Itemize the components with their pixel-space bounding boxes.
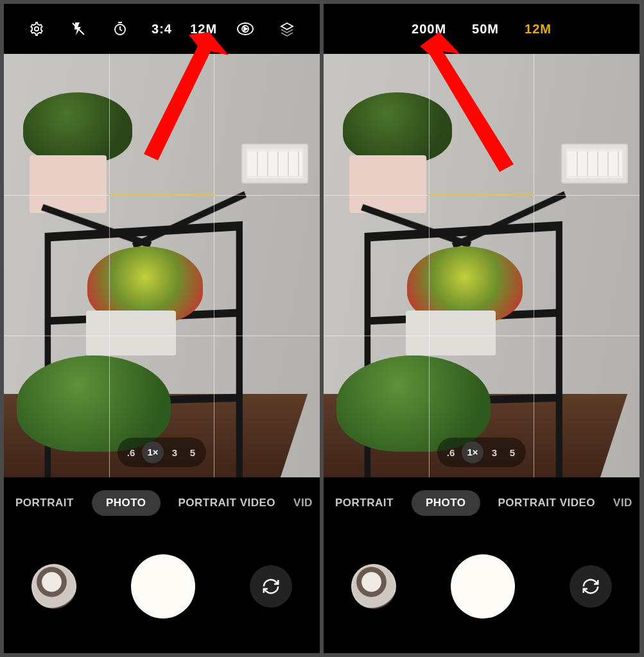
resolution-option-12m[interactable]: 12M: [525, 22, 552, 37]
planter-middle: [86, 311, 176, 355]
switch-camera-icon: [261, 577, 281, 596]
mode-portrait-video[interactable]: PORTRAIT VIDEO: [178, 497, 276, 509]
zoom-3x[interactable]: 3: [487, 447, 501, 458]
screenshot-right: 200M 50M 12M: [324, 4, 640, 653]
zoom-5x[interactable]: 5: [505, 447, 519, 458]
zoom-1x[interactable]: 1×: [462, 441, 483, 463]
camera-top-bar: 3:4 12M: [4, 4, 320, 54]
settings-icon[interactable]: [15, 21, 57, 37]
plant-top: [343, 92, 452, 163]
scene-preview: [4, 54, 320, 477]
shutter-button[interactable]: [131, 554, 195, 619]
gallery-thumbnail[interactable]: [351, 564, 396, 609]
zoom-5x[interactable]: 5: [186, 447, 200, 458]
switch-camera-button[interactable]: [250, 565, 292, 608]
plant-top: [23, 92, 132, 163]
mode-video-partial[interactable]: VID: [613, 497, 632, 509]
filters-icon[interactable]: [266, 21, 308, 37]
wall-switchboard: [561, 144, 628, 183]
switch-camera-button[interactable]: [570, 565, 612, 608]
camera-viewfinder[interactable]: .6 1× 3 5: [4, 54, 320, 477]
zoom-0_6x[interactable]: .6: [444, 447, 458, 458]
camera-viewfinder[interactable]: .6 1× 3 5: [324, 54, 640, 477]
mode-photo[interactable]: PHOTO: [92, 490, 161, 516]
mode-portrait[interactable]: PORTRAIT: [15, 497, 74, 509]
scene-preview: [324, 54, 640, 477]
svg-point-0: [34, 27, 38, 31]
mode-portrait-video[interactable]: PORTRAIT VIDEO: [498, 497, 596, 509]
mode-video-partial[interactable]: VID: [293, 497, 313, 509]
level-indicator: [109, 194, 214, 196]
level-indicator: [429, 194, 534, 196]
resolution-options-bar: 200M 50M 12M: [324, 4, 640, 54]
timer-icon[interactable]: [99, 21, 141, 37]
flash-off-icon[interactable]: [57, 21, 99, 37]
planter-middle: [406, 311, 496, 355]
camera-modes[interactable]: PORTRAIT PHOTO PORTRAIT VIDEO VID: [324, 477, 640, 529]
zoom-selector[interactable]: .6 1× 3 5: [117, 438, 206, 467]
motion-photo-icon[interactable]: [225, 21, 266, 37]
camera-controls: [324, 529, 640, 644]
resolution-button[interactable]: 12M: [183, 22, 225, 37]
switch-camera-icon: [581, 577, 600, 596]
resolution-option-50m[interactable]: 50M: [472, 22, 499, 37]
resolution-option-200m[interactable]: 200M: [412, 22, 446, 37]
camera-modes[interactable]: PORTRAIT PHOTO PORTRAIT VIDEO VID: [4, 477, 320, 529]
zoom-selector[interactable]: .6 1× 3 5: [437, 438, 526, 467]
wall-switchboard: [241, 144, 308, 183]
aspect-ratio-button[interactable]: 3:4: [141, 22, 182, 37]
screenshot-left: 3:4 12M: [4, 4, 320, 653]
mode-photo[interactable]: PHOTO: [412, 490, 480, 516]
zoom-0_6x[interactable]: .6: [124, 447, 138, 458]
shutter-button[interactable]: [451, 554, 515, 619]
zoom-3x[interactable]: 3: [168, 447, 182, 458]
camera-controls: [4, 529, 320, 644]
zoom-1x[interactable]: 1×: [142, 441, 164, 463]
gallery-thumbnail[interactable]: [31, 564, 76, 609]
mode-portrait[interactable]: PORTRAIT: [335, 497, 394, 509]
